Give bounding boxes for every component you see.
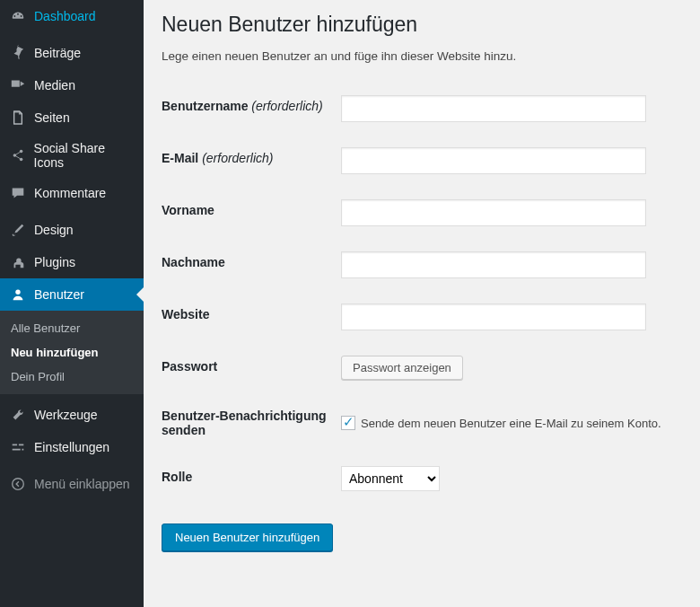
submenu-all-users[interactable]: Alle Benutzer [0,316,144,340]
notify-checkbox-label[interactable]: Sende dem neuen Benutzer eine E-Mail zu … [341,416,682,430]
new-user-form: Benutzername (erforderlich) E-Mail (erfo… [162,83,682,504]
email-label: E-Mail (erforderlich) [162,135,341,187]
sidebar-item-label: Dashboard [34,9,96,23]
tools-icon [9,406,27,424]
collapse-icon [9,475,27,493]
lastname-input[interactable] [341,251,646,278]
sidebar-item-label: Seiten [34,110,70,125]
sidebar-item-posts[interactable]: Beiträge [0,37,144,69]
sidebar-item-pages[interactable]: Seiten [0,101,144,134]
sidebar-item-label: Werkzeuge [34,408,98,422]
users-submenu: Alle Benutzer Neu hinzufügen Dein Profil [0,311,144,394]
sidebar-item-label: Benutzer [34,287,84,302]
sidebar-item-label: Design [34,223,74,237]
submenu-add-new[interactable]: Neu hinzufügen [0,340,144,365]
media-icon [9,76,27,94]
admin-sidebar: Dashboard Beiträge Medien Seiten Social … [0,0,144,607]
firstname-label: Vorname [162,187,341,239]
brush-icon [9,221,27,239]
role-label: Rolle [162,453,341,504]
sidebar-item-tools[interactable]: Werkzeuge [0,399,144,431]
comment-icon [9,184,27,202]
dashboard-icon [9,7,27,25]
email-input[interactable] [341,147,646,174]
svg-point-4 [13,479,24,490]
sidebar-item-label: Beiträge [34,46,81,60]
share-icon [9,146,27,164]
sidebar-item-label: Plugins [34,255,75,269]
show-password-button[interactable]: Passwort anzeigen [341,356,463,380]
main-content: Neuen Benutzer hinzufügen Lege einen neu… [144,0,700,607]
submit-button[interactable]: Neuen Benutzer hinzufügen [162,523,333,551]
website-label: Website [162,291,341,343]
page-title: Neuen Benutzer hinzufügen [162,13,682,37]
sidebar-item-media[interactable]: Medien [0,69,144,101]
sidebar-item-label: Einstellungen [34,440,109,454]
page-description: Lege einen neuen Benutzer an und füge ih… [162,49,682,63]
sidebar-item-social[interactable]: Social Share Icons [0,134,144,177]
sidebar-item-label: Menü einklappen [34,477,130,491]
notify-text: Sende dem neuen Benutzer eine E-Mail zu … [361,417,661,430]
user-icon [9,286,27,304]
page-icon [9,109,27,127]
submenu-profile[interactable]: Dein Profil [0,365,144,389]
username-input[interactable] [341,95,646,122]
notify-label: Benutzer-Benachrichtigung senden [162,392,341,453]
sidebar-item-dashboard[interactable]: Dashboard [0,0,144,32]
role-select[interactable]: Abonnent [341,466,440,491]
sidebar-item-plugins[interactable]: Plugins [0,246,144,278]
lastname-label: Nachname [162,239,341,291]
sidebar-item-label: Social Share Icons [34,141,136,170]
sidebar-item-comments[interactable]: Kommentare [0,177,144,209]
notify-checkbox[interactable] [341,416,355,430]
username-label: Benutzername (erforderlich) [162,83,341,135]
sidebar-item-settings[interactable]: Einstellungen [0,431,144,463]
sidebar-collapse[interactable]: Menü einklappen [0,468,144,500]
settings-icon [9,438,27,456]
sidebar-item-appearance[interactable]: Design [0,214,144,246]
svg-point-3 [15,290,20,295]
sidebar-item-label: Kommentare [34,186,106,200]
website-input[interactable] [341,304,646,330]
firstname-input[interactable] [341,199,646,226]
sidebar-item-users[interactable]: Benutzer [0,278,144,311]
sidebar-item-label: Medien [34,78,75,92]
password-label: Passwort [162,343,341,392]
plugin-icon [9,253,27,271]
pin-icon [9,44,27,62]
